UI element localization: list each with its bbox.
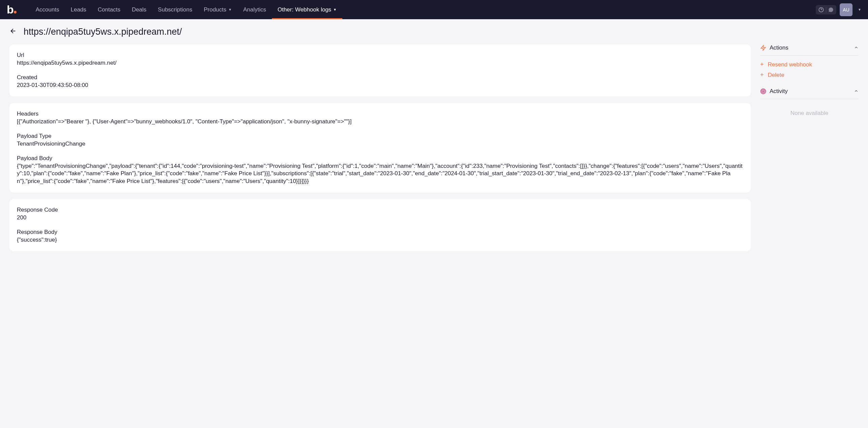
navbar: b Accounts Leads Contacts Deals Subscrip… bbox=[0, 0, 868, 19]
nav-label: Deals bbox=[132, 6, 146, 13]
actions-header[interactable]: Actions bbox=[760, 44, 859, 56]
field-created: Created 2023-01-30T09:43:50-08:00 bbox=[17, 74, 743, 89]
field-payload-type: Payload Type TenantProvisioningChange bbox=[17, 133, 743, 148]
nav-subscriptions[interactable]: Subscriptions bbox=[152, 0, 198, 19]
field-value: [{"Authorization"=>"Bearer "}, {"User-Ag… bbox=[17, 118, 743, 125]
chevron-down-icon: ▼ bbox=[333, 8, 337, 11]
section-title-text: Actions bbox=[770, 44, 788, 51]
nav-leads[interactable]: Leads bbox=[65, 0, 92, 19]
field-response-code: Response Code 200 bbox=[17, 207, 743, 221]
nav-label: Accounts bbox=[36, 6, 59, 13]
nav-label: Subscriptions bbox=[158, 6, 192, 13]
nav-contacts[interactable]: Contacts bbox=[92, 0, 126, 19]
nav-right: AU ▼ bbox=[816, 3, 861, 16]
action-delete[interactable]: + Delete bbox=[760, 71, 859, 79]
back-button[interactable] bbox=[9, 27, 17, 37]
page-title: https://enqipa5tuy5ws.x.pipedream.net/ bbox=[24, 27, 182, 37]
nav-products[interactable]: Products ▼ bbox=[198, 0, 238, 19]
field-value: TenantProvisioningChange bbox=[17, 140, 743, 148]
field-label: Payload Body bbox=[17, 155, 743, 162]
section-title: Activity bbox=[760, 88, 788, 95]
nav-label: Other: Webhook logs bbox=[278, 6, 331, 13]
chevron-down-icon[interactable]: ▼ bbox=[858, 8, 861, 11]
logo-dot-icon bbox=[14, 11, 17, 13]
main-column: Url https://enqipa5tuy5ws.x.pipedream.ne… bbox=[9, 44, 751, 251]
field-label: Created bbox=[17, 74, 743, 81]
action-resend-webhook[interactable]: + Resend webhook bbox=[760, 61, 859, 68]
activity-header[interactable]: Activity bbox=[760, 88, 859, 99]
field-value: {"type":"TenantProvisioningChange","payl… bbox=[17, 162, 743, 185]
field-label: Response Body bbox=[17, 229, 743, 236]
chat-button[interactable] bbox=[826, 5, 836, 14]
nav-label: Leads bbox=[71, 6, 86, 13]
field-label: Payload Type bbox=[17, 133, 743, 140]
logo[interactable]: b bbox=[7, 3, 17, 16]
svg-point-6 bbox=[763, 91, 764, 92]
page-header: https://enqipa5tuy5ws.x.pipedream.net/ bbox=[0, 19, 868, 44]
action-list: + Resend webhook + Delete bbox=[760, 61, 859, 79]
card-request: Headers [{"Authorization"=>"Bearer "}, {… bbox=[9, 103, 751, 192]
sidebar-activity-section: Activity None available bbox=[760, 88, 859, 122]
field-label: Headers bbox=[17, 111, 743, 117]
chevron-up-icon bbox=[854, 89, 859, 94]
card-basic-info: Url https://enqipa5tuy5ws.x.pipedream.ne… bbox=[9, 44, 751, 96]
plus-icon: + bbox=[760, 71, 764, 79]
avatar[interactable]: AU bbox=[840, 3, 852, 16]
lightning-icon bbox=[760, 45, 766, 51]
card-response: Response Code 200 Response Body {"succes… bbox=[9, 199, 751, 251]
nav-items: Accounts Leads Contacts Deals Subscripti… bbox=[30, 0, 816, 19]
nav-deals[interactable]: Deals bbox=[126, 0, 152, 19]
field-value: {"success":true} bbox=[17, 236, 743, 244]
logo-text: b bbox=[7, 3, 13, 16]
help-button[interactable] bbox=[816, 5, 826, 14]
avatar-initials: AU bbox=[843, 7, 849, 12]
icon-group bbox=[816, 5, 836, 14]
action-label: Delete bbox=[768, 72, 784, 79]
content: Url https://enqipa5tuy5ws.x.pipedream.ne… bbox=[0, 44, 868, 261]
section-title: Actions bbox=[760, 44, 788, 51]
nav-other-webhook-logs[interactable]: Other: Webhook logs ▼ bbox=[272, 0, 342, 19]
activity-empty-state: None available bbox=[760, 104, 859, 122]
field-response-body: Response Body {"success":true} bbox=[17, 229, 743, 244]
sidebar: Actions + Resend webhook + Delete bbox=[760, 44, 859, 251]
nav-accounts[interactable]: Accounts bbox=[30, 0, 65, 19]
arrow-left-icon bbox=[9, 27, 17, 35]
field-label: Url bbox=[17, 52, 743, 59]
field-label: Response Code bbox=[17, 207, 743, 213]
chat-icon bbox=[828, 7, 834, 12]
nav-label: Analytics bbox=[243, 6, 266, 13]
svg-point-5 bbox=[762, 90, 765, 93]
chevron-down-icon: ▼ bbox=[228, 8, 232, 11]
section-title-text: Activity bbox=[770, 88, 788, 95]
field-headers: Headers [{"Authorization"=>"Bearer "}, {… bbox=[17, 111, 743, 125]
help-icon bbox=[818, 7, 824, 12]
chevron-up-icon bbox=[854, 45, 859, 51]
action-label: Resend webhook bbox=[768, 61, 812, 68]
nav-label: Contacts bbox=[98, 6, 120, 13]
nav-analytics[interactable]: Analytics bbox=[238, 0, 272, 19]
field-value: https://enqipa5tuy5ws.x.pipedream.net/ bbox=[17, 59, 743, 67]
plus-icon: + bbox=[760, 61, 764, 68]
field-value: 2023-01-30T09:43:50-08:00 bbox=[17, 82, 743, 89]
svg-marker-3 bbox=[761, 45, 766, 51]
field-url: Url https://enqipa5tuy5ws.x.pipedream.ne… bbox=[17, 52, 743, 67]
field-payload-body: Payload Body {"type":"TenantProvisioning… bbox=[17, 155, 743, 185]
sidebar-actions-section: Actions + Resend webhook + Delete bbox=[760, 44, 859, 79]
target-icon bbox=[760, 88, 766, 94]
nav-label: Products bbox=[204, 6, 226, 13]
field-value: 200 bbox=[17, 214, 743, 221]
